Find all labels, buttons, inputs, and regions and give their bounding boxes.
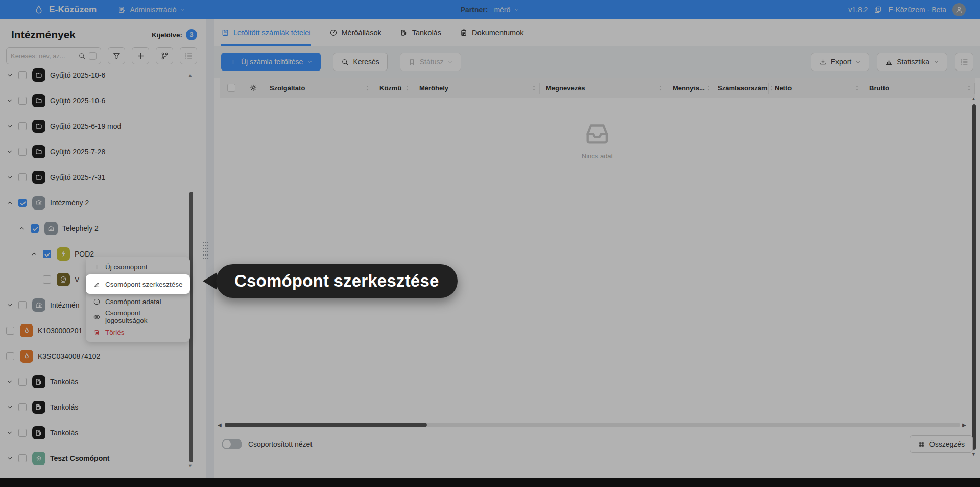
tutorial-dim-overlay xyxy=(0,0,980,487)
callout-text: Csomópont szerkesztése xyxy=(216,264,458,298)
menu-item-label: Csomópont szerkesztése xyxy=(105,281,183,288)
callout-arrow-left-icon xyxy=(203,272,217,290)
pencil-icon xyxy=(93,281,101,288)
tutorial-callout: Csomópont szerkesztése xyxy=(203,264,458,298)
context-menu-item-1[interactable]: Csomópont szerkesztése xyxy=(86,274,190,294)
app-root: E-Közüzem Adminisztráció Partner: mérő v… xyxy=(0,0,980,487)
